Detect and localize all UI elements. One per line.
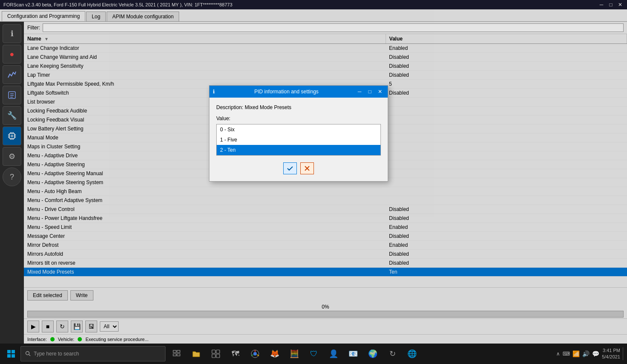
modal-option-2[interactable]: 2 - Ten: [217, 145, 380, 155]
modal-title-icon: ℹ: [213, 89, 215, 95]
main-window: FORScan v2.3.40 beta, Ford F-150 Full Hy…: [0, 0, 627, 364]
modal-title-bar: ℹ PID information and settings ─ □ ✕: [209, 86, 388, 98]
modal-footer: [216, 162, 381, 174]
pid-modal: ℹ PID information and settings ─ □ ✕ Des…: [209, 85, 388, 182]
modal-body: Description: Mixed Mode Presets Value: 0…: [209, 98, 388, 181]
modal-maximize-button[interactable]: □: [366, 87, 374, 96]
modal-close-button[interactable]: ✕: [376, 87, 384, 96]
modal-confirm-button[interactable]: [283, 162, 297, 174]
modal-overlay: ℹ PID information and settings ─ □ ✕ Des…: [0, 0, 627, 364]
modal-cancel-button[interactable]: [300, 162, 314, 174]
modal-value-label: Value:: [216, 116, 381, 121]
modal-option-1[interactable]: 1 - Five: [217, 135, 380, 145]
modal-minimize-button[interactable]: ─: [355, 87, 364, 96]
modal-title: PID information and settings: [254, 89, 319, 95]
modal-title-controls: ─ □ ✕: [355, 87, 384, 96]
modal-description: Description: Mixed Mode Presets: [216, 104, 381, 110]
modal-options-list: 0 - Six 1 - Five 2 - Ten: [216, 124, 381, 156]
modal-option-0[interactable]: 0 - Six: [217, 124, 380, 135]
